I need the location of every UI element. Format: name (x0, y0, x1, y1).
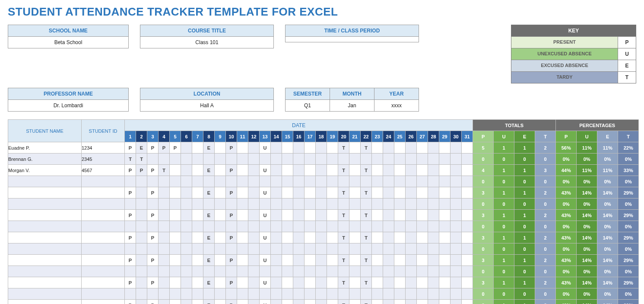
attendance-cell[interactable] (215, 187, 226, 198)
attendance-cell[interactable] (271, 300, 282, 304)
attendance-cell[interactable] (349, 210, 361, 221)
attendance-cell[interactable] (406, 198, 417, 210)
attendance-cell[interactable] (406, 210, 417, 221)
attendance-cell[interactable] (159, 154, 170, 165)
attendance-cell[interactable] (462, 255, 473, 266)
attendance-cell[interactable] (192, 198, 203, 210)
attendance-cell[interactable] (428, 221, 439, 232)
time-value[interactable] (286, 37, 419, 42)
student-name-cell[interactable]: Brennan G. (8, 154, 82, 165)
attendance-cell[interactable]: P (170, 142, 181, 154)
attendance-cell[interactable]: T (125, 154, 136, 165)
attendance-cell[interactable] (181, 232, 192, 243)
attendance-cell[interactable] (349, 255, 361, 266)
attendance-cell[interactable] (215, 165, 226, 176)
attendance-cell[interactable] (170, 187, 181, 198)
attendance-cell[interactable] (383, 165, 394, 176)
attendance-cell[interactable] (271, 232, 282, 243)
attendance-cell[interactable] (192, 221, 203, 232)
attendance-cell[interactable] (428, 210, 439, 221)
attendance-cell[interactable] (248, 232, 260, 243)
month-value[interactable]: Jan (330, 100, 374, 111)
attendance-cell[interactable] (394, 288, 406, 300)
attendance-cell[interactable] (159, 288, 170, 300)
attendance-cell[interactable] (349, 277, 361, 288)
attendance-cell[interactable] (237, 243, 248, 255)
attendance-cell[interactable] (383, 243, 394, 255)
attendance-cell[interactable] (136, 232, 147, 243)
attendance-cell[interactable]: T (338, 165, 349, 176)
attendance-cell[interactable] (462, 198, 473, 210)
attendance-cell[interactable] (383, 142, 394, 154)
student-id-cell[interactable]: 2345 (82, 154, 125, 165)
attendance-cell[interactable] (305, 165, 316, 176)
attendance-cell[interactable]: U (260, 165, 271, 176)
attendance-cell[interactable] (215, 300, 226, 304)
semester-value[interactable]: Q1 (286, 100, 330, 111)
attendance-cell[interactable] (406, 142, 417, 154)
attendance-cell[interactable] (271, 288, 282, 300)
attendance-cell[interactable] (383, 232, 394, 243)
attendance-cell[interactable] (439, 266, 450, 277)
attendance-cell[interactable] (282, 300, 293, 304)
attendance-cell[interactable] (125, 288, 136, 300)
attendance-cell[interactable] (260, 243, 271, 255)
attendance-cell[interactable] (417, 210, 428, 221)
attendance-cell[interactable] (439, 255, 450, 266)
attendance-cell[interactable] (170, 255, 181, 266)
attendance-cell[interactable] (237, 266, 248, 277)
attendance-cell[interactable] (125, 243, 136, 255)
attendance-cell[interactable] (327, 232, 338, 243)
attendance-cell[interactable] (349, 142, 361, 154)
attendance-cell[interactable] (450, 266, 462, 277)
attendance-cell[interactable] (417, 300, 428, 304)
attendance-cell[interactable] (271, 198, 282, 210)
attendance-cell[interactable] (372, 243, 383, 255)
attendance-cell[interactable] (305, 198, 316, 210)
attendance-cell[interactable] (293, 221, 305, 232)
attendance-cell[interactable] (248, 221, 260, 232)
attendance-cell[interactable] (293, 255, 305, 266)
attendance-cell[interactable] (372, 154, 383, 165)
attendance-cell[interactable] (125, 198, 136, 210)
attendance-cell[interactable] (282, 142, 293, 154)
attendance-cell[interactable]: P (125, 300, 136, 304)
attendance-cell[interactable] (170, 288, 181, 300)
attendance-cell[interactable] (237, 187, 248, 198)
attendance-cell[interactable]: P (226, 277, 237, 288)
attendance-cell[interactable] (462, 176, 473, 187)
attendance-cell[interactable] (361, 221, 372, 232)
attendance-cell[interactable] (439, 165, 450, 176)
attendance-cell[interactable] (170, 210, 181, 221)
attendance-cell[interactable] (305, 232, 316, 243)
attendance-cell[interactable] (383, 154, 394, 165)
attendance-cell[interactable] (248, 266, 260, 277)
attendance-cell[interactable]: P (147, 232, 159, 243)
attendance-cell[interactable] (417, 232, 428, 243)
attendance-cell[interactable] (417, 221, 428, 232)
attendance-cell[interactable] (181, 288, 192, 300)
attendance-cell[interactable] (439, 187, 450, 198)
attendance-cell[interactable] (260, 198, 271, 210)
attendance-cell[interactable] (394, 198, 406, 210)
attendance-cell[interactable] (282, 210, 293, 221)
attendance-cell[interactable]: P (125, 165, 136, 176)
attendance-cell[interactable]: E (203, 142, 215, 154)
attendance-cell[interactable] (394, 221, 406, 232)
attendance-cell[interactable] (159, 300, 170, 304)
attendance-cell[interactable] (450, 221, 462, 232)
attendance-cell[interactable] (327, 176, 338, 187)
attendance-cell[interactable] (349, 176, 361, 187)
attendance-cell[interactable] (406, 176, 417, 187)
attendance-cell[interactable] (226, 288, 237, 300)
attendance-cell[interactable]: U (260, 232, 271, 243)
attendance-cell[interactable] (338, 221, 349, 232)
attendance-cell[interactable] (462, 221, 473, 232)
attendance-cell[interactable] (338, 288, 349, 300)
attendance-cell[interactable]: P (226, 165, 237, 176)
attendance-cell[interactable] (394, 232, 406, 243)
attendance-cell[interactable] (462, 210, 473, 221)
attendance-cell[interactable] (159, 210, 170, 221)
attendance-cell[interactable] (293, 300, 305, 304)
attendance-cell[interactable]: P (147, 142, 159, 154)
